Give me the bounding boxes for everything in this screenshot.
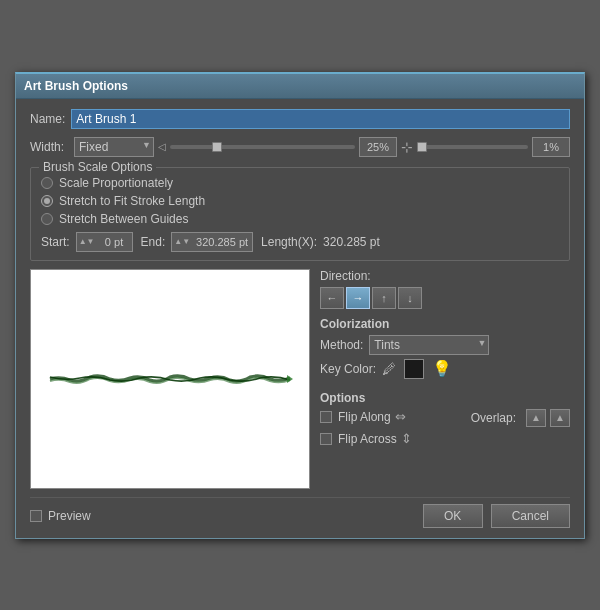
end-value: 320.285 pt bbox=[192, 236, 252, 248]
width-label: Width: bbox=[30, 140, 64, 154]
cancel-button[interactable]: Cancel bbox=[491, 504, 570, 528]
brush-preview-svg bbox=[40, 349, 300, 409]
flip-along-label: Flip Along bbox=[338, 410, 391, 424]
colorization-label: Colorization bbox=[320, 317, 570, 331]
preview-label: Preview bbox=[48, 509, 91, 523]
brush-scale-group: Brush Scale Options Scale Proportionatel… bbox=[30, 167, 570, 261]
brush-scale-label: Brush Scale Options bbox=[39, 160, 156, 174]
end-spin[interactable]: ▲▼ 320.285 pt bbox=[171, 232, 253, 252]
dir-left-button[interactable]: ← bbox=[320, 287, 344, 309]
method-select[interactable]: Tints None Tints and Shades Hue Shift bbox=[369, 335, 489, 355]
art-brush-options-dialog: Art Brush Options Name: Width: Fixed Pre… bbox=[15, 72, 585, 539]
svg-marker-0 bbox=[287, 375, 293, 383]
options-section: Options Flip Along ⇔ Flip Across bbox=[320, 391, 570, 453]
name-label: Name: bbox=[30, 112, 65, 126]
overlap-down-button[interactable]: ▲ bbox=[550, 409, 570, 427]
flip-along-icon: ⇔ bbox=[395, 409, 415, 425]
dir-up-button[interactable]: ↑ bbox=[372, 287, 396, 309]
method-select-wrapper: Tints None Tints and Shades Hue Shift bbox=[369, 335, 489, 355]
dir-right-button[interactable]: → bbox=[346, 287, 370, 309]
overlap-section: Overlap: ▲ ▲ bbox=[471, 409, 570, 427]
dialog-title: Art Brush Options bbox=[24, 79, 128, 93]
flip-along-row[interactable]: Flip Along ⇔ bbox=[320, 409, 421, 425]
overlap-up-button[interactable]: ▲ bbox=[526, 409, 546, 427]
dir-down-button[interactable]: ↓ bbox=[398, 287, 422, 309]
width-slider2[interactable] bbox=[417, 145, 528, 149]
length-value: 320.285 pt bbox=[323, 235, 380, 249]
stretch-between-label: Stretch Between Guides bbox=[59, 212, 188, 226]
preview-row[interactable]: Preview bbox=[30, 509, 91, 523]
colorization-section: Colorization Method: Tints None Tints an… bbox=[320, 317, 570, 383]
scale-proportionately-radio[interactable] bbox=[41, 177, 53, 189]
cursor-icon: ⊹ bbox=[401, 139, 413, 155]
direction-buttons: ← → ↑ ↓ bbox=[320, 287, 570, 309]
width-select-wrapper: Fixed Pressure bbox=[74, 137, 154, 157]
start-label: Start: bbox=[41, 235, 70, 249]
preview-checkbox[interactable] bbox=[30, 510, 42, 522]
stretch-to-fit-radio[interactable] bbox=[41, 195, 53, 207]
end-label: End: bbox=[141, 235, 166, 249]
method-label: Method: bbox=[320, 338, 363, 352]
overlap-label: Overlap: bbox=[471, 411, 516, 425]
eyedropper-icon[interactable]: 🖉 bbox=[382, 361, 396, 377]
width-percent2-input[interactable] bbox=[532, 137, 570, 157]
light-icon: 💡 bbox=[432, 359, 452, 378]
flip-across-checkbox[interactable] bbox=[320, 433, 332, 445]
right-panel: Direction: ← → ↑ ↓ Colorization Method: bbox=[320, 269, 570, 489]
brush-preview bbox=[30, 269, 310, 489]
key-color-row: Key Color: 🖉 💡 bbox=[320, 359, 570, 379]
bottom-row: Preview OK Cancel bbox=[30, 497, 570, 528]
direction-label: Direction: bbox=[320, 269, 570, 283]
flip-along-checkbox[interactable] bbox=[320, 411, 332, 423]
end-spin-arrow[interactable]: ▲▼ bbox=[172, 237, 192, 246]
key-color-label: Key Color: bbox=[320, 362, 376, 376]
scale-proportionately-row[interactable]: Scale Proportionately bbox=[41, 176, 559, 190]
start-value: 0 pt bbox=[97, 236, 132, 248]
width-select[interactable]: Fixed Pressure bbox=[74, 137, 154, 157]
flip-options: Flip Along ⇔ Flip Across ⇕ bbox=[320, 409, 421, 453]
title-bar: Art Brush Options bbox=[16, 74, 584, 99]
scale-proportionately-label: Scale Proportionately bbox=[59, 176, 173, 190]
start-spin[interactable]: ▲▼ 0 pt bbox=[76, 232, 133, 252]
flip-across-icon: ⇕ bbox=[401, 431, 421, 447]
direction-section: Direction: ← → ↑ ↓ bbox=[320, 269, 570, 309]
color-swatch[interactable] bbox=[404, 359, 424, 379]
length-label: Length(X): bbox=[261, 235, 317, 249]
method-row: Method: Tints None Tints and Shades Hue … bbox=[320, 335, 570, 355]
start-spin-arrow[interactable]: ▲▼ bbox=[77, 237, 97, 246]
button-row: OK Cancel bbox=[423, 504, 570, 528]
stretch-to-fit-row[interactable]: Stretch to Fit Stroke Length bbox=[41, 194, 559, 208]
ok-button[interactable]: OK bbox=[423, 504, 483, 528]
options-label: Options bbox=[320, 391, 570, 405]
flip-across-row[interactable]: Flip Across ⇕ bbox=[320, 431, 421, 447]
width-slider[interactable] bbox=[170, 145, 355, 149]
stretch-between-radio[interactable] bbox=[41, 213, 53, 225]
name-input[interactable] bbox=[71, 109, 570, 129]
width-percent-input[interactable] bbox=[359, 137, 397, 157]
stretch-between-row[interactable]: Stretch Between Guides bbox=[41, 212, 559, 226]
slider-arrow-left-icon: ◁ bbox=[158, 141, 166, 152]
stretch-to-fit-label: Stretch to Fit Stroke Length bbox=[59, 194, 205, 208]
flip-across-label: Flip Across bbox=[338, 432, 397, 446]
